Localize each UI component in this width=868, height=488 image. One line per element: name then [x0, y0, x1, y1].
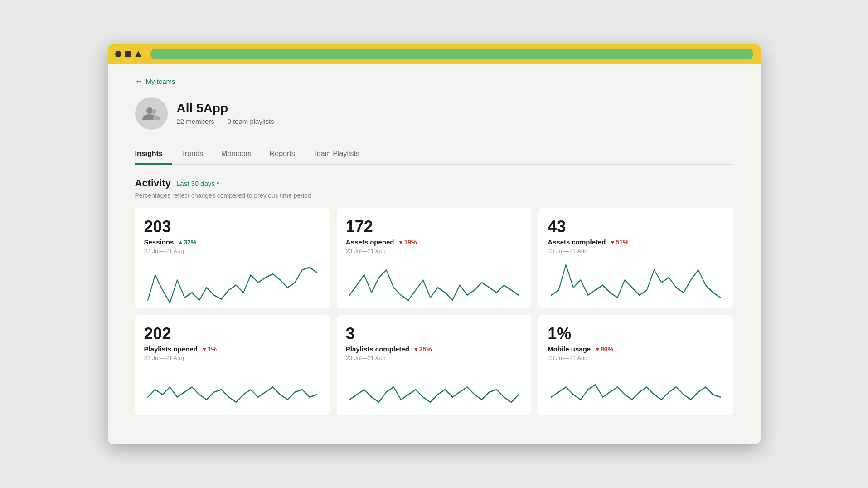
tabs-nav: Insights Trends Members Reports Team Pla…	[135, 144, 733, 165]
chart-assets-opened	[346, 260, 522, 305]
metric-change-sessions: ▲32%	[177, 239, 196, 246]
metric-change-assets-opened: ▼19%	[398, 239, 417, 246]
metric-label-row-playlists-completed: Playlists completed ▼25%	[346, 345, 522, 353]
metric-card-playlists-completed: 3 Playlists completed ▼25% 23 Jul—21 Aug	[337, 315, 531, 415]
metric-date-assets-completed: 23 Jul—21 Aug	[548, 248, 724, 254]
back-to-my-teams-link[interactable]: ← My teams	[135, 77, 733, 86]
chevron-down-icon: ▾	[217, 181, 219, 186]
metric-value-playlists-opened: 202	[144, 324, 320, 343]
metric-date-sessions: 23 Jul—21 Aug	[144, 248, 320, 254]
metric-date-assets-opened: 23 Jul—21 Aug	[346, 248, 522, 254]
chart-playlists-opened	[144, 367, 320, 412]
svg-point-1	[151, 109, 156, 114]
metric-card-mobile-usage: 1% Mobile usage ▼80% 23 Jul—21 Aug	[538, 315, 733, 415]
metric-label-row-assets-completed: Assets completed ▼51%	[548, 238, 724, 246]
team-members-count: 22 members	[177, 117, 214, 125]
team-info: All 5App 22 members · 0 team playlists	[177, 101, 274, 126]
chart-playlists-completed	[346, 367, 522, 412]
metric-label-assets-completed: Assets completed	[548, 238, 606, 246]
metrics-grid: 203 Sessions ▲32% 23 Jul—21 Aug 172 Asse…	[135, 208, 733, 415]
metric-value-playlists-completed: 3	[346, 324, 522, 343]
page-content: ← My teams All 5App 22 members · 0 team …	[108, 64, 761, 444]
metric-label-row-sessions: Sessions ▲32%	[144, 238, 320, 246]
metric-value-assets-opened: 172	[346, 217, 522, 236]
metric-change-assets-completed: ▼51%	[610, 239, 629, 246]
team-header: All 5App 22 members · 0 team playlists	[135, 97, 733, 130]
tab-members[interactable]: Members	[212, 144, 261, 165]
metric-change-mobile-usage: ▼80%	[594, 346, 613, 353]
avatar	[135, 97, 168, 130]
team-meta: 22 members · 0 team playlists	[177, 117, 274, 125]
metric-date-playlists-opened: 23 Jul—21 Aug	[144, 355, 320, 361]
chart-mobile-usage	[548, 367, 724, 412]
tab-insights[interactable]: Insights	[135, 144, 172, 165]
activity-subtitle: Percentages reflect changes compared to …	[135, 192, 733, 199]
browser-bar	[108, 44, 761, 64]
tab-team-playlists[interactable]: Team Playlists	[304, 144, 369, 165]
back-arrow-icon: ←	[135, 77, 143, 86]
metric-label-assets-opened: Assets opened	[346, 238, 394, 246]
metric-label-playlists-opened: Playlists opened	[144, 345, 198, 353]
activity-section: Activity Last 30 days ▾ Percentages refl…	[135, 177, 733, 415]
metric-card-sessions: 203 Sessions ▲32% 23 Jul—21 Aug	[135, 208, 330, 308]
metric-card-assets-opened: 172 Assets opened ▼19% 23 Jul—21 Aug	[337, 208, 531, 308]
metric-label-row-mobile-usage: Mobile usage ▼80%	[548, 345, 724, 353]
metric-value-mobile-usage: 1%	[548, 324, 724, 343]
metric-date-mobile-usage: 23 Jul—21 Aug	[548, 355, 724, 361]
metric-date-playlists-completed: 23 Jul—21 Aug	[346, 355, 522, 361]
tab-reports[interactable]: Reports	[261, 144, 304, 165]
metric-card-playlists-opened: 202 Playlists opened ▼1% 23 Jul—21 Aug	[135, 315, 330, 415]
team-name: All 5App	[177, 101, 274, 116]
metric-card-assets-completed: 43 Assets completed ▼51% 23 Jul—21 Aug	[538, 208, 733, 308]
browser-triangle-icon	[135, 51, 141, 57]
metric-label-sessions: Sessions	[144, 238, 174, 246]
activity-title: Activity	[135, 177, 171, 189]
activity-header: Activity Last 30 days ▾	[135, 177, 733, 189]
browser-controls	[115, 51, 141, 57]
back-link-label: My teams	[146, 78, 175, 85]
metric-change-playlists-completed: ▼25%	[413, 346, 432, 353]
browser-dot-icon	[115, 51, 121, 57]
date-filter-label: Last 30 days	[176, 180, 215, 187]
metric-label-row-assets-opened: Assets opened ▼19%	[346, 238, 522, 246]
separator: ·	[220, 117, 222, 125]
team-avatar-icon	[142, 104, 160, 122]
chart-sessions	[144, 260, 320, 305]
browser-url-bar[interactable]	[150, 49, 753, 59]
team-playlists-count: 0 team playlists	[227, 117, 274, 125]
chart-assets-completed	[548, 260, 724, 305]
metric-change-playlists-opened: ▼1%	[201, 346, 217, 353]
metric-value-assets-completed: 43	[548, 217, 724, 236]
browser-square-icon	[125, 51, 131, 57]
metric-value-sessions: 203	[144, 217, 320, 236]
tab-trends[interactable]: Trends	[172, 144, 212, 165]
metric-label-row-playlists-opened: Playlists opened ▼1%	[144, 345, 320, 353]
metric-label-mobile-usage: Mobile usage	[548, 345, 591, 353]
metric-label-playlists-completed: Playlists completed	[346, 345, 409, 353]
date-filter-button[interactable]: Last 30 days ▾	[176, 180, 219, 187]
browser-window: ← My teams All 5App 22 members · 0 team …	[108, 44, 761, 444]
